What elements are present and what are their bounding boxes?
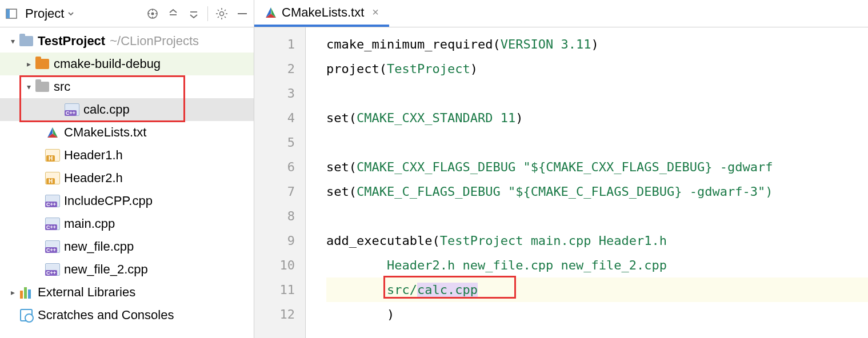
h-file-icon	[45, 170, 61, 186]
tree-build-dir[interactable]: ▸ cmake-build-debug	[0, 53, 254, 75]
line-number: 12	[254, 302, 295, 327]
code-line: cmake_minimum_required(VERSION 3.11)	[326, 32, 868, 57]
line-number: 8	[254, 204, 295, 228]
line-number: 6	[254, 155, 295, 179]
tree-file-header1[interactable]: Header1.h	[0, 144, 254, 167]
svg-rect-4	[170, 14, 177, 15]
tab-label: CMakeLists.txt	[282, 5, 364, 20]
gear-icon[interactable]	[215, 7, 229, 21]
hide-icon[interactable]	[235, 7, 249, 21]
tree-item-label: main.cpp	[64, 216, 115, 231]
cmake-file-icon	[265, 6, 277, 19]
code-line	[326, 81, 868, 106]
tree-file-newfile2[interactable]: new_file_2.cpp	[0, 258, 254, 281]
code-line: add_executable(TestProject main.cpp Head…	[326, 228, 868, 253]
cpp-file-icon	[45, 193, 61, 209]
chevron-down-icon	[67, 10, 74, 17]
project-name: TestProject	[38, 34, 105, 49]
sidebar-icon	[5, 7, 18, 21]
cpp-file-icon	[45, 216, 61, 232]
line-number: 5	[254, 130, 295, 155]
cpp-file-icon	[64, 102, 80, 118]
line-number: 1	[254, 32, 295, 57]
divider	[207, 6, 208, 21]
tree-project-root[interactable]: ▾ TestProject ~/CLionProjects	[0, 30, 254, 53]
chevron-down-icon[interactable]: ▾	[23, 82, 34, 91]
line-number: 2	[254, 57, 295, 81]
code-line	[326, 130, 868, 155]
code-line: project(TestProject)	[326, 57, 868, 81]
h-file-icon	[45, 147, 61, 163]
svg-rect-5	[190, 11, 197, 13]
editor-panel: CMakeLists.txt × 1 2 3 4 5 6 7 8 9 10 11…	[254, 0, 868, 338]
svg-point-3	[151, 12, 154, 15]
tree-item-label: new_file.cpp	[64, 239, 134, 254]
cpp-file-icon	[45, 239, 61, 255]
project-path: ~/CLionProjects	[110, 34, 199, 49]
svg-point-6	[220, 11, 224, 15]
code-line	[326, 204, 868, 228]
tree-item-label: cmake-build-debug	[54, 57, 161, 71]
line-number: 11	[254, 277, 295, 302]
line-number: 7	[254, 179, 295, 204]
tree-file-calc[interactable]: calc.cpp	[0, 98, 254, 121]
folder-icon	[18, 33, 34, 49]
cpp-file-icon	[45, 261, 61, 277]
tree-file-cmakelists[interactable]: CMakeLists.txt	[0, 121, 254, 144]
tree-item-label: Header1.h	[64, 148, 123, 163]
code-line: set(CMAKE_C_FLAGS_DEBUG "${CMAKE_C_FLAGS…	[326, 179, 868, 204]
collapse-all-icon[interactable]	[187, 7, 201, 21]
library-icon	[18, 284, 34, 300]
tree-item-label: calc.cpp	[83, 102, 130, 117]
tree-item-label: IncludeCPP.cpp	[64, 194, 153, 208]
line-number: 9	[254, 228, 295, 253]
svg-rect-7	[238, 13, 247, 14]
tree-item-label: src	[54, 79, 70, 94]
tree-external-libraries[interactable]: ▸ External Libraries	[0, 281, 254, 304]
chevron-down-icon[interactable]: ▾	[7, 37, 18, 46]
tree-src-dir[interactable]: ▾ src	[0, 75, 254, 98]
chevron-right-icon[interactable]: ▸	[23, 59, 34, 69]
expand-all-icon[interactable]	[166, 7, 180, 21]
code-line-highlight: src/calc.cpp	[326, 277, 868, 302]
project-panel-header: Project	[0, 0, 254, 27]
tree-item-label: CMakeLists.txt	[64, 125, 146, 140]
line-number: 4	[254, 106, 295, 130]
close-icon[interactable]: ×	[372, 6, 379, 19]
tree-file-header2[interactable]: Header2.h	[0, 167, 254, 190]
editor-tab-cmakelists[interactable]: CMakeLists.txt ×	[254, 0, 389, 27]
svg-rect-1	[6, 9, 10, 18]
code-line: set(CMAKE_CXX_STANDARD 11)	[326, 106, 868, 130]
code-line: Header2.h new_file.cpp new_file_2.cpp	[326, 253, 868, 277]
code-area: 1 2 3 4 5 6 7 8 9 10 11 12 cmake_minimum…	[254, 27, 868, 338]
tree-file-newfile[interactable]: new_file.cpp	[0, 235, 254, 258]
folder-icon	[34, 79, 50, 95]
tree-item-label: Header2.h	[64, 171, 123, 186]
code-line: set(CMAKE_CXX_FLAGS_DEBUG "${CMAKE_CXX_F…	[326, 155, 868, 179]
code-line: )	[326, 302, 868, 327]
project-tree[interactable]: ▾ TestProject ~/CLionProjects ▸ cmake-bu…	[0, 27, 254, 338]
tree-scratches[interactable]: Scratches and Consoles	[0, 304, 254, 327]
panel-title-label: Project	[25, 6, 64, 21]
chevron-right-icon[interactable]: ▸	[7, 288, 18, 297]
cmake-file-icon	[45, 124, 61, 140]
project-tool-window: Project ▾ TestProject ~/CLionProjects	[0, 0, 254, 338]
scratch-icon	[18, 307, 34, 323]
panel-title[interactable]: Project	[25, 6, 74, 21]
line-gutter: 1 2 3 4 5 6 7 8 9 10 11 12	[254, 27, 306, 338]
line-number: 3	[254, 81, 295, 106]
editor-tab-bar: CMakeLists.txt ×	[254, 0, 868, 27]
folder-icon	[34, 56, 50, 72]
code-editor[interactable]: cmake_minimum_required(VERSION 3.11) pro…	[306, 27, 868, 338]
tree-item-label: External Libraries	[38, 285, 135, 300]
tree-item-label: new_file_2.cpp	[64, 262, 148, 277]
line-number: 10	[254, 253, 295, 277]
tree-file-main[interactable]: main.cpp	[0, 212, 254, 235]
tree-item-label: Scratches and Consoles	[38, 308, 174, 323]
select-open-file-icon[interactable]	[146, 7, 159, 21]
tree-file-includecpp[interactable]: IncludeCPP.cpp	[0, 190, 254, 212]
